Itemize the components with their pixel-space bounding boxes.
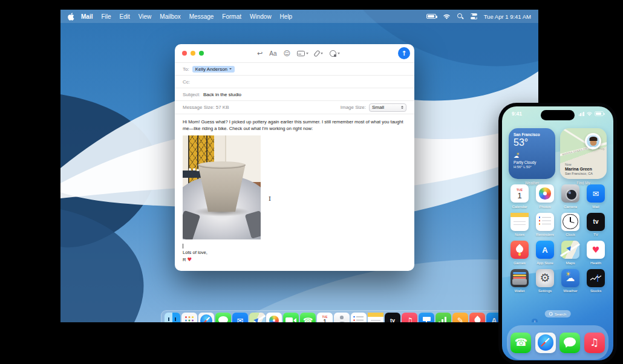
image-size-select[interactable]: Small (369, 103, 406, 112)
iphone-app-clock[interactable]: Clock (558, 213, 583, 237)
paperclip-icon (314, 50, 321, 57)
mail-compose-window: ↩ Aa ☺ ↑ To: Kelly Anderson Cc: Subject:… (175, 44, 414, 271)
closing-line: Lots of love, (183, 249, 406, 256)
weather-city: San Francisco (514, 132, 550, 137)
photo-pot-rim (198, 161, 246, 169)
dock-photos[interactable] (266, 313, 282, 322)
format-button[interactable]: Aa (269, 50, 276, 57)
mac-dock: ✉ ☎ Tue1 tv ♫ ✎ A ⚙ ↓ (161, 310, 538, 322)
undo-button[interactable]: ↩ (257, 50, 263, 57)
gear-icon: ⚙ (536, 269, 554, 287)
app-store-icon: A (536, 241, 554, 259)
dock-safari[interactable] (198, 313, 214, 322)
iphone-app-games[interactable]: Games (507, 241, 532, 265)
iphone-app-calendar[interactable]: Tue1 Calendar (507, 184, 532, 209)
apple-menu-icon[interactable] (68, 13, 74, 21)
dock-tv[interactable]: tv (385, 313, 400, 322)
find-my-city: San Francisco, CA (565, 172, 593, 175)
to-field[interactable]: To: Kelly Anderson (175, 62, 414, 75)
home-search-pill[interactable]: Search (545, 310, 571, 317)
minimize-button[interactable] (191, 51, 195, 56)
iphone-app-notes[interactable]: Notes (507, 213, 532, 237)
dock-pages[interactable]: ✎ (452, 313, 468, 322)
dock-music[interactable]: ♫ (402, 313, 417, 322)
zoom-button[interactable] (199, 51, 204, 56)
iphone-app-maps[interactable]: Maps (558, 241, 583, 265)
wifi-icon[interactable] (443, 13, 451, 19)
iphone-dock-safari[interactable] (535, 333, 556, 353)
menu-item-mail[interactable]: Mail (77, 13, 97, 20)
menu-item-view[interactable]: View (134, 13, 156, 20)
download-arrow-icon: ↓ (532, 319, 537, 322)
window-titlebar[interactable]: ↩ Aa ☺ ↑ (175, 44, 414, 62)
insert-from-iphone-button[interactable] (330, 50, 341, 57)
calendar-icon: Tue1 (510, 184, 529, 203)
dock-calendar[interactable]: Tue1 (317, 313, 333, 322)
iphone-dock-phone[interactable]: ☎ (510, 333, 531, 353)
maps-icon (561, 241, 579, 259)
iphone-app-camera[interactable]: Camera (558, 184, 583, 209)
battery-icon[interactable] (426, 14, 436, 19)
message-body[interactable]: Hi Mom! Guess what? I picked up pottery … (175, 114, 414, 264)
dock-maps[interactable] (249, 313, 265, 322)
to-label: To: (183, 67, 189, 72)
image-size-value: Small (372, 105, 384, 110)
pottery-photo-attachment[interactable] (183, 135, 261, 239)
sun-cloud-icon: ☀☁ (561, 269, 579, 287)
iphone-app-photos[interactable]: Photos (532, 184, 558, 209)
spotlight-search-icon[interactable] (457, 13, 464, 20)
weather-temperature: 53° (514, 137, 550, 148)
recipient-token[interactable]: Kelly Anderson (192, 66, 235, 73)
dock-reminders[interactable] (351, 313, 367, 322)
iphone-app-wallet[interactable]: Wallet (507, 269, 532, 293)
control-center-icon[interactable] (471, 13, 477, 20)
menu-item-format[interactable]: Format (218, 13, 246, 20)
iphone-app-settings[interactable]: ⚙ Settings (532, 269, 558, 293)
dock-finder[interactable] (165, 313, 180, 322)
iphone-app-stocks[interactable]: Stocks (583, 269, 608, 293)
iphone-dock-messages[interactable] (559, 333, 580, 353)
iphone-dock-music[interactable]: ♫ (584, 333, 605, 353)
body-paragraph: Hi Mom! Guess what? I picked up pottery … (183, 119, 406, 132)
menu-bar-clock[interactable]: Tue Apr 1 9:41 AM (484, 13, 531, 20)
dock-phone[interactable]: ☎ (300, 313, 316, 322)
menu-item-window[interactable]: Window (246, 13, 276, 20)
menu-item-file[interactable]: File (97, 13, 115, 20)
menu-item-mailbox[interactable]: Mailbox (155, 13, 184, 20)
dock-facetime[interactable] (283, 313, 299, 322)
dock-messages[interactable] (215, 313, 231, 322)
tv-icon: tv (390, 317, 395, 322)
send-button[interactable]: ↑ (398, 47, 410, 59)
subject-value: Back in the studio (203, 92, 241, 97)
memoji-face (587, 135, 599, 148)
dock-numbers[interactable] (435, 313, 451, 322)
weather-widget[interactable]: San Francisco 53° ☀☁ Partly Cloudy H:56°… (509, 128, 555, 179)
iphone-app-mail[interactable]: ✉ Mail (583, 184, 608, 209)
cellular-signal-icon (579, 112, 584, 116)
dock-keynote[interactable] (419, 313, 434, 322)
dock-mail[interactable]: ✉ (232, 313, 248, 322)
find-my-widget[interactable]: MARINA GREEN DR MARINA BLVD Now Marina G… (560, 128, 607, 179)
iphone-app-app-store[interactable]: A App Store (532, 241, 558, 265)
menu-item-help[interactable]: Help (276, 13, 297, 20)
close-button[interactable] (182, 51, 187, 56)
attach-file-button[interactable] (315, 50, 323, 57)
widget-row: San Francisco 53° ☀☁ Partly Cloudy H:56°… (509, 128, 607, 185)
iphone-app-weather[interactable]: ☀☁ Weather (558, 269, 583, 293)
dock-games[interactable] (469, 313, 485, 322)
dock-launchpad[interactable] (181, 313, 197, 322)
dock-contacts[interactable] (334, 313, 350, 322)
emoji-button[interactable]: ☺ (283, 50, 290, 57)
cc-field[interactable]: Cc: (175, 75, 414, 88)
dock-notes[interactable] (368, 313, 383, 322)
iphone-app-health[interactable]: ♥ Health (583, 241, 608, 265)
ibeam-mouse-cursor: I (269, 195, 273, 202)
photo-browser-button[interactable] (297, 51, 309, 56)
iphone-app-reminders[interactable]: Reminders (532, 213, 558, 237)
iphone-app-tv[interactable]: tv TV (583, 213, 608, 237)
dynamic-island (541, 110, 575, 120)
subject-field[interactable]: Subject: Back in the studio (175, 88, 414, 100)
menu-item-message[interactable]: Message (185, 13, 218, 20)
menu-item-edit[interactable]: Edit (116, 13, 134, 20)
iphone-device: 9:41 San Francisco 53° ☀☁ Partly Cl (498, 103, 617, 364)
